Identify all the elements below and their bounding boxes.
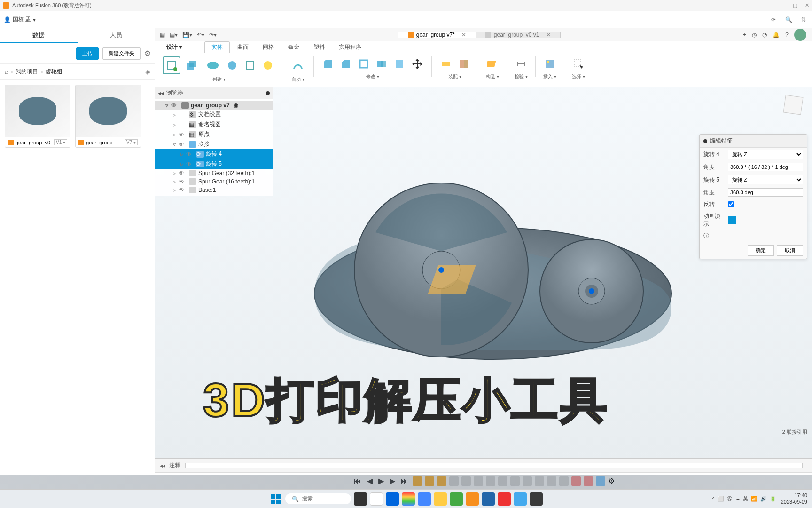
group-select-label[interactable]: 选择 ▾: [572, 73, 585, 80]
group-modify-label[interactable]: 修改 ▾: [366, 73, 379, 80]
taskbar-app[interactable]: [530, 492, 543, 506]
chamfer-icon[interactable]: [338, 56, 353, 71]
new-tab-icon[interactable]: +: [743, 32, 746, 38]
taskbar-app[interactable]: [498, 492, 511, 506]
maximize-icon[interactable]: ▢: [793, 2, 797, 8]
newfolder-button[interactable]: 新建文件夹: [102, 47, 141, 60]
plane-icon[interactable]: [485, 56, 500, 71]
sketch-icon[interactable]: [163, 56, 180, 74]
viewcube[interactable]: [780, 92, 806, 118]
tree-item[interactable]: ▹⚙文档设置: [155, 110, 273, 119]
timeline-slider[interactable]: [185, 463, 803, 468]
info-icon[interactable]: ⓘ: [703, 232, 709, 239]
tree-item[interactable]: ▹👁Spur Gear (32 teeth):1: [155, 169, 273, 177]
extensions-icon[interactable]: ◷: [752, 32, 757, 38]
close-tab-icon[interactable]: ✕: [546, 32, 551, 38]
fillet-icon[interactable]: [320, 56, 336, 71]
joint-icon[interactable]: [438, 56, 453, 71]
emboss-icon[interactable]: [260, 58, 275, 73]
taskbar-app[interactable]: [370, 492, 383, 506]
angle1-input[interactable]: [728, 163, 803, 171]
breadcrumb-project[interactable]: 我的项目: [16, 68, 38, 76]
group-construct-label[interactable]: 构造 ▾: [486, 73, 499, 80]
tree-item-selected[interactable]: ▹👁⟳旋转 5: [155, 159, 273, 169]
ribbon-tab-mesh[interactable]: 网格: [256, 42, 281, 53]
reverse-checkbox[interactable]: [728, 201, 734, 207]
move-icon[interactable]: [410, 56, 425, 71]
workspace-menu[interactable]: 设计 ▾: [160, 42, 188, 53]
job-status-icon[interactable]: ◔: [762, 32, 767, 38]
taskbar-app[interactable]: [354, 492, 367, 506]
file-thumb[interactable]: gear_groupV7 ▾: [75, 85, 141, 148]
group-auto-label[interactable]: 自动 ▾: [291, 76, 304, 83]
help-icon[interactable]: ?: [785, 32, 789, 38]
refresh-icon[interactable]: ⟳: [769, 15, 778, 24]
shell-icon[interactable]: [356, 56, 371, 71]
tray-icon[interactable]: ⬜: [718, 496, 724, 502]
rigid-icon[interactable]: [456, 56, 471, 71]
auto-icon[interactable]: [289, 56, 307, 74]
save-icon[interactable]: 💾▾: [182, 32, 192, 38]
revolve-icon[interactable]: [204, 56, 222, 74]
ribbon-tab-surface[interactable]: 曲面: [231, 42, 255, 53]
measure-icon[interactable]: [514, 56, 529, 71]
search-icon[interactable]: 🔍: [784, 15, 793, 24]
taskbar-app[interactable]: [466, 492, 479, 506]
tree-item[interactable]: ▹▦命名视图: [155, 119, 273, 129]
tray-chevron-icon[interactable]: ^: [712, 496, 715, 502]
tray-icon[interactable]: ☁: [735, 496, 740, 502]
taskbar-app[interactable]: [402, 492, 415, 506]
ribbon-tab-solid[interactable]: 实体: [204, 41, 230, 53]
tree-root[interactable]: ▿👁gear_group v7◉: [155, 101, 273, 110]
split-icon[interactable]: [392, 56, 407, 71]
team-icon[interactable]: ◉: [145, 69, 150, 75]
gear-icon[interactable]: ⚙: [144, 49, 151, 58]
notifications-icon[interactable]: 🔔: [773, 32, 780, 38]
group-assemble-label[interactable]: 装配 ▾: [448, 73, 461, 80]
tab-people[interactable]: 人员: [78, 28, 155, 43]
cancel-button[interactable]: 取消: [777, 245, 803, 256]
tab-data[interactable]: 数据: [0, 28, 78, 43]
collapse-icon[interactable]: ◂◂: [158, 90, 164, 96]
collapse-icon[interactable]: ◂◂: [160, 462, 165, 469]
undo-icon[interactable]: ↶▾: [197, 32, 204, 38]
tree-item[interactable]: ▹👁▦原点: [155, 129, 273, 139]
file-icon[interactable]: ▤▾: [170, 32, 178, 38]
taskbar-app[interactable]: [418, 492, 431, 506]
demo-button[interactable]: [728, 216, 736, 224]
group-inspect-label[interactable]: 检验 ▾: [515, 73, 528, 80]
home-icon[interactable]: ⌂: [5, 69, 8, 75]
ribbon-tab-sheetmetal[interactable]: 钣金: [281, 42, 306, 53]
rot4-select[interactable]: 旋转 Z: [728, 150, 803, 159]
angle2-input[interactable]: [728, 188, 803, 197]
taskbar-search[interactable]: 🔍搜索: [285, 493, 351, 504]
tree-item-selected[interactable]: ▹👁⟳旋转 4: [155, 149, 273, 159]
minimize-icon[interactable]: —: [780, 2, 785, 8]
combine-icon[interactable]: [374, 56, 389, 71]
upload-button[interactable]: 上传: [76, 47, 99, 60]
clock[interactable]: 17:40 2023-09-09: [781, 492, 807, 505]
tree-item[interactable]: ▹👁Base:1: [155, 186, 273, 194]
grid-icon[interactable]: ▦: [160, 32, 165, 38]
group-create-label[interactable]: 创建 ▾: [212, 76, 226, 83]
tree-item[interactable]: ▹👁Spur Gear (16 teeth):1: [155, 177, 273, 186]
tray-ime-icon[interactable]: 英: [743, 495, 748, 502]
ok-button[interactable]: 确定: [748, 245, 774, 256]
tray-battery-icon[interactable]: 🔋: [770, 496, 776, 502]
sweep-icon[interactable]: [225, 58, 240, 73]
avatar[interactable]: [794, 29, 806, 41]
tree-item[interactable]: ▿👁联接: [155, 139, 273, 149]
start-button[interactable]: [269, 492, 282, 506]
extrude-icon[interactable]: [183, 56, 201, 74]
select-icon[interactable]: [571, 56, 586, 71]
taskbar-app[interactable]: [434, 492, 447, 506]
taskbar-app[interactable]: [386, 492, 399, 506]
tray-icon[interactable]: Ⓢ: [727, 495, 732, 502]
close-icon[interactable]: ✕: [805, 2, 809, 8]
doc-tab-active[interactable]: gear_group v7* ✕: [398, 32, 476, 38]
insert-icon[interactable]: [542, 56, 557, 71]
taskbar-app[interactable]: [482, 492, 495, 506]
loft-icon[interactable]: [242, 58, 258, 73]
close-tab-icon[interactable]: ✕: [461, 32, 466, 38]
tray-volume-icon[interactable]: 🔊: [760, 496, 767, 502]
